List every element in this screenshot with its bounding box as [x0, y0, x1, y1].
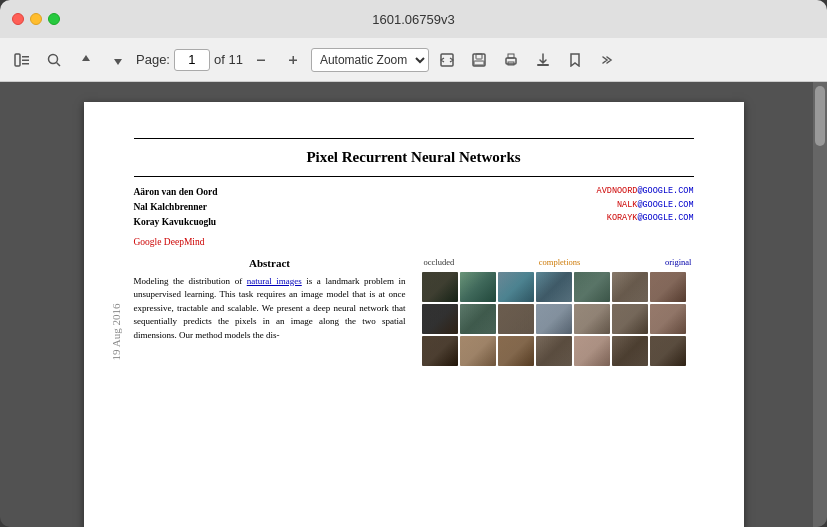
zoom-select[interactable]: Automatic Zoom Actual Size Page Fit Page… — [311, 48, 429, 72]
svg-rect-0 — [15, 54, 20, 66]
img-r3c7 — [650, 336, 686, 366]
svg-rect-1 — [22, 56, 29, 58]
zoom-in-button[interactable] — [279, 46, 307, 74]
image-row-2 — [422, 304, 694, 334]
emails-list: AVDNOORD@GOOGLE.COM NALK@GOOGLE.COM KORA… — [597, 185, 694, 231]
img-r2c4 — [536, 304, 572, 334]
page-label: Page: — [136, 52, 170, 67]
app-window: 1601.06759v3 — [0, 0, 827, 527]
watermark-text: 19 Aug 2016 — [110, 232, 122, 432]
image-grid: occluded completions original — [422, 257, 694, 366]
svg-point-4 — [49, 54, 58, 63]
img-r1c5 — [574, 272, 610, 302]
original-label: original — [665, 257, 691, 267]
authors-section: Aäron van den Oord Nal Kalchbrenner Kora… — [134, 185, 694, 231]
bottom-rule — [134, 176, 694, 177]
author-3: Koray Kavukcuoglu — [134, 215, 218, 230]
minus-icon — [255, 54, 267, 66]
sidebar-toggle-button[interactable] — [8, 46, 36, 74]
sidebar-icon — [14, 53, 30, 67]
paper-title: Pixel Recurrent Neural Networks — [134, 149, 694, 166]
img-r2c2 — [460, 304, 496, 334]
traffic-lights — [12, 13, 60, 25]
search-button[interactable] — [40, 46, 68, 74]
print-button[interactable] — [497, 46, 525, 74]
svg-rect-16 — [537, 64, 549, 66]
bookmark-icon — [570, 53, 580, 67]
image-row-3 — [422, 336, 694, 366]
scrollbar-thumb[interactable] — [815, 86, 825, 146]
img-r2c3 — [498, 304, 534, 334]
img-r1c7 — [650, 272, 686, 302]
prev-page-button[interactable] — [72, 46, 100, 74]
chevron-right-double-icon — [600, 53, 614, 67]
close-button[interactable] — [12, 13, 24, 25]
pdf-page: 19 Aug 2016 Pixel Recurrent Neural Netwo… — [84, 102, 744, 527]
main-content: 19 Aug 2016 Pixel Recurrent Neural Netwo… — [0, 82, 827, 527]
image-grid-header: occluded completions original — [422, 257, 694, 267]
bookmark-button[interactable] — [561, 46, 589, 74]
img-r3c2 — [460, 336, 496, 366]
fit-page-button[interactable] — [433, 46, 461, 74]
svg-rect-3 — [22, 63, 29, 65]
more-button[interactable] — [593, 46, 621, 74]
img-r3c3 — [498, 336, 534, 366]
institution: Google DeepMind — [134, 237, 694, 247]
img-r1c1 — [422, 272, 458, 302]
zoom-out-button[interactable] — [247, 46, 275, 74]
img-r3c4 — [536, 336, 572, 366]
email-2: NALK — [617, 200, 637, 210]
download-icon — [536, 53, 550, 67]
abstract-title: Abstract — [134, 257, 406, 269]
scrollbar[interactable] — [813, 82, 827, 527]
window-title: 1601.06759v3 — [372, 12, 454, 27]
svg-rect-2 — [22, 59, 29, 61]
img-r1c6 — [612, 272, 648, 302]
pdf-container: 19 Aug 2016 Pixel Recurrent Neural Netwo… — [0, 82, 827, 527]
top-rule — [134, 138, 694, 139]
author-2: Nal Kalchbrenner — [134, 200, 218, 215]
search-icon — [47, 53, 61, 67]
title-bar: 1601.06759v3 — [0, 0, 827, 38]
svg-line-5 — [57, 62, 61, 66]
email-3: KORAYK — [607, 213, 638, 223]
img-r1c2 — [460, 272, 496, 302]
page-number-input[interactable]: 1 — [174, 49, 210, 71]
print-icon — [504, 53, 518, 67]
fit-icon — [440, 53, 454, 67]
img-r2c1 — [422, 304, 458, 334]
svg-rect-8 — [292, 56, 294, 64]
email-2-at: @GOOGLE.COM — [637, 200, 693, 210]
img-r1c3 — [498, 272, 534, 302]
download-button[interactable] — [529, 46, 557, 74]
img-r3c1 — [422, 336, 458, 366]
maximize-button[interactable] — [48, 13, 60, 25]
author-1: Aäron van den Oord — [134, 185, 218, 200]
image-column: occluded completions original — [422, 257, 694, 366]
svg-rect-10 — [473, 54, 485, 66]
img-r2c5 — [574, 304, 610, 334]
svg-rect-6 — [257, 59, 265, 61]
next-page-button[interactable] — [104, 46, 132, 74]
page-controls: Page: 1 of 11 — [136, 49, 243, 71]
svg-rect-9 — [441, 54, 453, 66]
plus-icon — [287, 54, 299, 66]
occluded-label: occluded — [424, 257, 455, 267]
img-r3c5 — [574, 336, 610, 366]
img-r3c6 — [612, 336, 648, 366]
email-3-at: @GOOGLE.COM — [637, 213, 693, 223]
down-arrow-icon — [113, 54, 123, 66]
image-row-1 — [422, 272, 694, 302]
save-icon — [472, 53, 486, 67]
abstract-text: Modeling the distribution of natural ima… — [134, 275, 406, 343]
save-button[interactable] — [465, 46, 493, 74]
abstract-column: Abstract Modeling the distribution of na… — [134, 257, 406, 366]
page-total: of 11 — [214, 52, 243, 67]
completions-label: completions — [539, 257, 581, 267]
minimize-button[interactable] — [30, 13, 42, 25]
two-column-section: Abstract Modeling the distribution of na… — [134, 257, 694, 366]
email-1-at: @GOOGLE.COM — [637, 186, 693, 196]
img-r2c6 — [612, 304, 648, 334]
pdf-toolbar: Page: 1 of 11 Automatic Zoom Actual Size… — [0, 38, 827, 82]
up-arrow-icon — [81, 54, 91, 66]
